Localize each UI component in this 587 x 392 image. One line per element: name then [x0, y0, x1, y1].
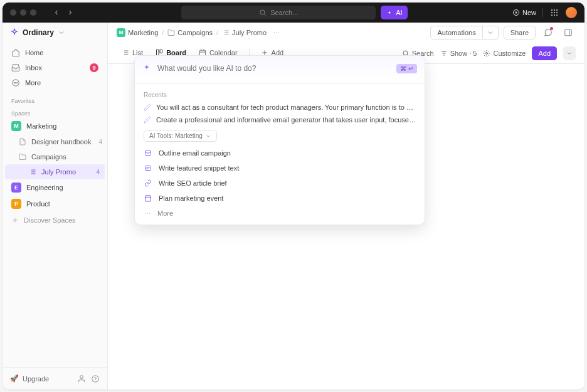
chevron-down-icon	[205, 133, 211, 139]
upgrade-button[interactable]: Upgrade	[23, 375, 49, 383]
space-badge-icon: M	[11, 121, 21, 131]
share-button[interactable]: Share	[504, 26, 536, 40]
panel-toggle-button[interactable]	[561, 26, 576, 40]
nav-inbox[interactable]: Inbox 9	[8, 60, 102, 75]
customize-action[interactable]: Customize	[483, 50, 526, 57]
home-icon	[11, 48, 20, 57]
ai-tool-snippet[interactable]: Write featured snippet text	[135, 161, 425, 176]
add-task-more-button[interactable]	[563, 46, 576, 60]
ai-recent-item[interactable]: You will act as a consultant for tech pr…	[135, 101, 425, 114]
ai-sparkle-icon	[386, 9, 393, 16]
sidebar: Ordinary Home Inbox 9 More	[3, 23, 108, 389]
pencil-icon	[144, 103, 151, 111]
space-badge-icon: P	[11, 199, 21, 209]
search-bar[interactable]: Search...	[181, 6, 376, 19]
more-dots-icon	[144, 209, 151, 217]
svg-point-10	[554, 12, 555, 13]
ai-tool-plan-event[interactable]: Plan marketing event	[135, 191, 425, 206]
svg-point-16	[14, 82, 14, 83]
svg-point-17	[15, 82, 16, 83]
nav-forward-button[interactable]	[64, 6, 77, 19]
svg-point-7	[554, 9, 555, 11]
upgrade-rocket-icon: 🚀	[10, 374, 19, 383]
svg-rect-41	[157, 50, 159, 55]
link-icon	[144, 179, 152, 188]
topbar: Search... AI New	[3, 3, 584, 23]
chevron-down-icon	[487, 29, 494, 36]
svg-point-0	[260, 10, 265, 14]
space-engineering[interactable]: E Engineering	[3, 179, 107, 196]
svg-point-18	[17, 82, 18, 83]
notifications-button[interactable]	[541, 26, 556, 40]
ai-tool-seo[interactable]: Write SEO article brief	[135, 176, 425, 191]
svg-point-2	[389, 12, 391, 14]
ai-more-button[interactable]: More	[135, 206, 425, 225]
ai-tools-category[interactable]: AI Tools: Marketing	[144, 130, 217, 142]
document-icon	[19, 138, 26, 146]
inbox-icon	[11, 63, 20, 72]
mail-icon	[144, 149, 152, 157]
automations-dropdown[interactable]	[483, 26, 499, 40]
spaces-heading: Spaces	[3, 105, 107, 118]
nav-home[interactable]: Home	[8, 45, 102, 60]
chevron-down-icon	[58, 29, 65, 36]
content-area: M Marketing / Campaigns / July Promo	[108, 23, 584, 389]
panel-icon	[564, 28, 573, 37]
gear-icon	[483, 50, 490, 57]
plus-circle-icon	[512, 9, 520, 16]
user-avatar[interactable]	[566, 7, 577, 18]
svg-point-13	[554, 14, 555, 16]
space-marketing[interactable]: M Marketing	[3, 118, 107, 134]
invite-icon[interactable]	[77, 374, 86, 383]
recents-heading: Recents	[135, 87, 425, 101]
space-product[interactable]: P Product	[3, 196, 107, 212]
more-dots-icon[interactable]	[273, 29, 280, 36]
svg-point-14	[556, 14, 558, 16]
list-july-promo[interactable]: July Promo 4	[5, 164, 105, 179]
automations-button[interactable]: Automations	[430, 26, 482, 40]
folder-campaigns[interactable]: Campaigns	[3, 149, 107, 164]
plus-icon	[11, 216, 19, 224]
svg-point-65	[149, 213, 151, 214]
ai-recent-item[interactable]: Create a professional and informative em…	[135, 114, 425, 126]
add-task-button[interactable]: Add	[532, 46, 557, 60]
folder-icon	[19, 153, 26, 161]
list-icon	[222, 29, 230, 36]
chevron-down-icon	[566, 50, 573, 57]
ai-button[interactable]: AI	[381, 6, 407, 19]
new-button[interactable]: New	[512, 9, 536, 16]
svg-rect-59	[145, 196, 151, 201]
window-controls	[10, 9, 36, 16]
nav-more[interactable]: More	[8, 75, 102, 90]
nav-back-button[interactable]	[50, 6, 63, 19]
help-icon[interactable]	[91, 374, 100, 383]
svg-point-8	[556, 9, 558, 11]
ai-tool-outline-email[interactable]: Outline email campaign	[135, 146, 425, 161]
svg-point-12	[551, 14, 553, 16]
svg-point-63	[145, 213, 146, 214]
folder-icon	[167, 29, 175, 36]
svg-point-35	[278, 32, 280, 33]
snippet-icon	[144, 164, 152, 172]
close-window-icon[interactable]	[10, 9, 16, 16]
sidebar-footer: 🚀 Upgrade	[3, 367, 107, 389]
workspace-selector[interactable]: Ordinary	[3, 23, 107, 43]
ai-submit-hint[interactable]: ⌘ ↵	[396, 64, 417, 73]
svg-point-54	[486, 52, 488, 54]
sparkle-icon	[142, 64, 151, 73]
favorites-heading: Favorites	[3, 93, 107, 105]
apps-grid-button[interactable]	[549, 8, 559, 18]
svg-point-34	[276, 32, 277, 33]
breadcrumb-space[interactable]: M Marketing	[117, 28, 158, 37]
maximize-window-icon[interactable]	[30, 9, 36, 16]
ai-prompt-input[interactable]	[157, 64, 390, 73]
discover-spaces[interactable]: Discover Spaces	[3, 212, 107, 228]
breadcrumb: M Marketing / Campaigns / July Promo	[117, 28, 280, 37]
show-action[interactable]: Show · 5	[440, 50, 477, 57]
breadcrumb-folder[interactable]: Campaigns	[167, 29, 213, 36]
minimize-window-icon[interactable]	[20, 9, 26, 16]
list-view-icon	[122, 49, 129, 56]
pencil-icon	[144, 116, 151, 124]
breadcrumb-list[interactable]: July Promo	[222, 29, 267, 36]
folder-designer-handbook[interactable]: Designer handbook 4	[3, 134, 107, 149]
